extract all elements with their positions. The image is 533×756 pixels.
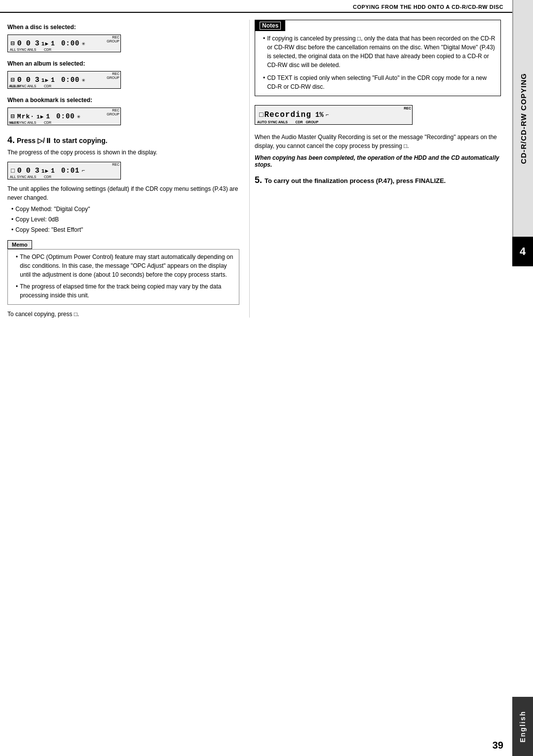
progress-wave: ⌐ — [81, 168, 85, 174]
rec-right-label: REC — [404, 107, 411, 110]
disc-sep1: 1▶ — [41, 40, 49, 47]
step5-container: 5. To carry out the finalization process… — [255, 173, 501, 187]
bookmark-sun: ✳ — [77, 113, 81, 120]
page-number: 39 — [493, 740, 503, 751]
tab-cdrw: CD-R/CD-RW COPYING — [512, 0, 533, 237]
recording-display: □ Recording 1% ⌐ REC AUTO SYNC ANLS CDR … — [255, 105, 413, 125]
step5-text: To carry out the finalization process (P… — [265, 177, 446, 184]
page-container: COPYING FROM THE HDD ONTO A CD-R/CD-RW D… — [0, 0, 533, 756]
bullet-copy-speed-text: Copy Speed: "Best Effort" — [15, 225, 83, 234]
right-column: Notes If copying is canceled by pressing… — [249, 20, 501, 318]
disc-track2: 1 — [51, 40, 55, 47]
progress-time: 0:01 — [61, 167, 80, 175]
memo-item-1-text: The OPC (Optimum Power Control) feature … — [20, 252, 235, 279]
album-display-box: ⊟ 0 0 3 1▶ 1 0:00 ✳ REC GROUP ALBUM ALL … — [7, 71, 121, 89]
step4-heading: 4. Press ▷/⏸ to start copying. — [7, 135, 239, 145]
album-display-content: ⊟ 0 0 3 1▶ 1 0:00 ✳ — [11, 76, 117, 84]
rec-body-text: When the Audio Master Quality Recording … — [255, 133, 501, 150]
progress-track2: 1 — [51, 167, 55, 175]
rec-percent: 1% — [315, 111, 324, 119]
album-sep1: 1▶ — [41, 77, 49, 83]
tab-number: 4 — [512, 237, 533, 266]
progress-right-labels: REC — [112, 163, 119, 166]
album-group-label: GROUP — [107, 76, 119, 79]
disc-icon: ⊟ — [11, 39, 15, 47]
memo-item-2: The progress of elapsed time for the tra… — [16, 282, 235, 300]
progress-display-content: □ 0 0 3 1▶ 1 0:01 ⌐ — [11, 167, 117, 175]
bookmark-icon: ⊟ — [11, 112, 15, 120]
completed-text: When copying has been completed, the ope… — [255, 154, 501, 168]
disc-group-label: GROUP — [107, 39, 119, 43]
progress-display-box: □ 0 0 3 1▶ 1 0:01 ⌐ REC ALL SYNC ANLS CD… — [7, 162, 121, 180]
bullet-copy-level-text: Copy Level: 0dB — [15, 215, 59, 224]
disc-selected-label: When a disc is selected: — [7, 24, 239, 31]
bookmark-rec-label: REC — [112, 108, 119, 112]
settings-text: The unit applies the following settings … — [7, 184, 239, 202]
bookmark-bottom-labels: ALL SYNC ANLS CDR — [10, 121, 51, 124]
bullet-copy-method: Copy Method: "Digital Copy" — [11, 205, 239, 214]
disc-time: 0:00 — [61, 39, 80, 47]
step4-body: The progress of the copy process is show… — [7, 148, 239, 157]
notes-item-1: If copying is canceled by pressing □, on… — [263, 34, 496, 70]
bookmark-display-content: ⊟ Mrk· 1▶ 1 0:00 ✳ — [11, 112, 117, 120]
progress-bottom-labels: ALL SYNC ANLS CDR — [10, 175, 51, 179]
tab-english: English — [512, 697, 533, 756]
page-header: COPYING FROM THE HDD ONTO A CD-R/CD-RW D… — [0, 4, 533, 13]
memo-item-1: The OPC (Optimum Power Control) feature … — [16, 252, 235, 279]
tab-cdrw-text: CD-R/CD-RW COPYING — [519, 73, 528, 164]
progress-icon: □ — [11, 167, 15, 175]
bookmark-right-labels: REC GROUP — [107, 108, 119, 116]
disc-display-content: ⊟ 0 0 3 1▶ 1 0:00 ✳ — [11, 39, 117, 48]
notes-header-text: Notes — [260, 22, 281, 30]
memo-content: The OPC (Optimum Power Control) feature … — [7, 249, 239, 305]
cancel-text: To cancel copying, press □. — [7, 311, 239, 318]
notes-item-2: CD TEXT is copied only when selecting "F… — [263, 73, 496, 91]
bullet-copy-level: Copy Level: 0dB — [11, 215, 239, 224]
disc-display-box: ⊟ 0 0 3 1▶ 1 0:00 ✳ REC GROUP ALL SYNC A… — [7, 35, 121, 52]
album-bottom-labels: ALL SYNC ANLS CDR — [10, 84, 51, 88]
bookmark-group-label: GROUP — [107, 112, 119, 116]
memo-header: Memo — [7, 240, 32, 249]
disc-sun: ✳ — [82, 40, 86, 47]
memo-item-2-text: The progress of elapsed time for the tra… — [20, 282, 235, 300]
notes-box: Notes If copying is canceled by pressing… — [255, 20, 501, 96]
tab-english-text: English — [519, 711, 527, 743]
progress-rec-label: REC — [112, 163, 119, 166]
rec-bottom-labels: AUTO SYNC ANLS CDR GROUP — [257, 120, 410, 124]
left-column: When a disc is selected: ⊟ 0 0 3 1▶ 1 0:… — [7, 20, 249, 318]
album-right-labels: REC GROUP — [107, 72, 119, 79]
disc-rec-label: REC — [112, 36, 119, 39]
step5-number: 5. — [255, 175, 265, 185]
content-wrapper: When a disc is selected: ⊟ 0 0 3 1▶ 1 0:… — [0, 20, 507, 318]
album-rec-label: REC — [112, 72, 119, 75]
album-icon: ⊟ — [11, 76, 15, 84]
rec-text: Recording — [264, 110, 311, 119]
rec-checkbox: □ — [259, 111, 263, 119]
step4-number: 4. — [7, 135, 15, 145]
step4-text: Press ▷/⏸ to start copying. — [17, 137, 108, 144]
header-title: COPYING FROM THE HDD ONTO A CD-R/CD-RW D… — [353, 4, 503, 10]
disc-bottom-labels: ALL SYNC ANLS CDR — [10, 48, 51, 51]
album-time: 0:00 — [61, 76, 80, 84]
bookmark-time: 0:00 — [56, 112, 75, 120]
right-tab: CD-R/CD-RW COPYING 4 English — [507, 0, 533, 756]
album-selected-label: When an album is selected: — [7, 60, 239, 67]
notes-item-1-text: If copying is canceled by pressing □, on… — [267, 34, 496, 70]
bullet-copy-method-text: Copy Method: "Digital Copy" — [15, 205, 90, 214]
progress-sep1: 1▶ — [41, 168, 49, 174]
album-sun: ✳ — [82, 76, 86, 84]
disc-track: 0 0 3 — [17, 39, 39, 48]
disc-right-labels: REC GROUP — [107, 36, 119, 43]
bookmark-track2: 1 — [46, 113, 50, 120]
notes-header: Notes — [255, 20, 285, 31]
notes-item-2-text: CD TEXT is copied only when selecting "F… — [267, 73, 496, 91]
bookmark-selected-label: When a bookmark is selected: — [7, 97, 239, 104]
bullet-copy-speed: Copy Speed: "Best Effort" — [11, 225, 239, 234]
progress-track: 0 0 3 — [17, 167, 39, 175]
album-track2: 1 — [51, 76, 55, 84]
bookmark-display-box: ⊟ Mrk· 1▶ 1 0:00 ✳ REC GROUP MARK ALL SY… — [7, 108, 121, 125]
rec-icon: ⌐ — [326, 112, 329, 118]
memo-container: Memo The OPC (Optimum Power Control) fea… — [7, 240, 239, 305]
bookmark-sep1: 1▶ — [37, 113, 44, 120]
notes-content: If copying is canceled by pressing □, on… — [255, 31, 500, 96]
